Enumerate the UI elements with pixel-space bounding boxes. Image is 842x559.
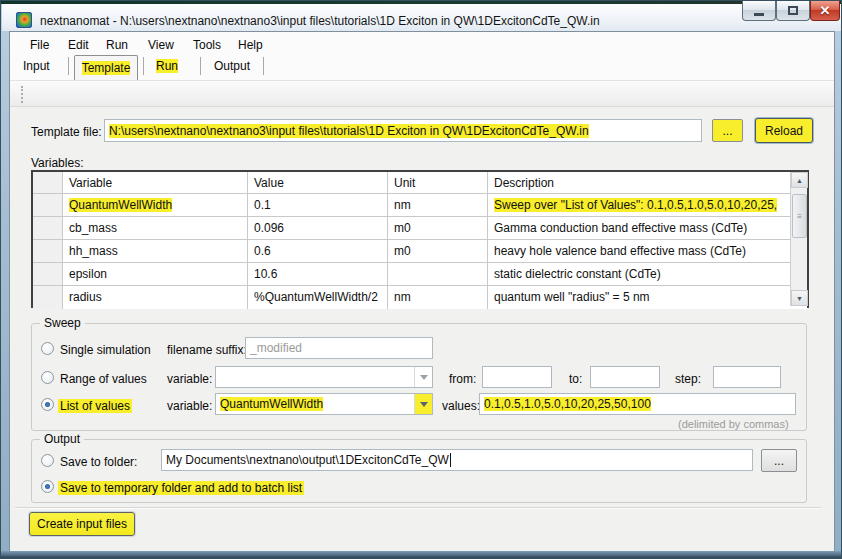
sweep-group-title: Sweep [40, 316, 85, 330]
cell-value: %QuantumWellWidth/2 [248, 286, 388, 309]
template-file-label: Template file: [31, 125, 102, 139]
tab-output[interactable]: Output [214, 59, 250, 73]
tab-separator [68, 57, 69, 75]
cell-variable: epsilon [63, 263, 248, 285]
col-header-variable[interactable]: Variable [63, 172, 248, 193]
cell-unit: nm [388, 194, 488, 216]
cell-description: heavy hole valence band effective mass (… [488, 240, 807, 262]
cell-description: Sweep over "List of Values": 0.1,0.5,1.0… [494, 198, 777, 212]
row-header-cell [33, 172, 63, 193]
toolbar-grip-icon[interactable] [21, 86, 24, 103]
from-input[interactable] [482, 366, 552, 388]
output-group-title: Output [40, 432, 84, 446]
browse-ellipsis-label: ... [774, 454, 784, 468]
title-bar[interactable]: nextnanomat - N:\users\nextnano\nextnano… [2, 4, 842, 31]
list-variable-label: variable: [167, 399, 212, 413]
toolbar [10, 80, 834, 107]
cell-value: 0.096 [248, 217, 388, 239]
close-button[interactable]: ✕ [810, 1, 840, 21]
scroll-down-icon[interactable]: ▼ [791, 290, 808, 306]
row-header-cell [33, 286, 63, 309]
menu-view[interactable]: View [144, 36, 178, 54]
tab-separator [200, 57, 201, 75]
col-header-unit[interactable]: Unit [388, 172, 488, 193]
table-row[interactable]: radius %QuantumWellWidth/2 nm quantum we… [33, 286, 807, 309]
menu-file[interactable]: File [26, 36, 53, 54]
tab-strip: Input Template Run Output [10, 54, 834, 80]
scrollbar-thumb[interactable]: ≡ [792, 194, 807, 238]
menu-help[interactable]: Help [234, 36, 267, 54]
create-input-files-button[interactable]: Create input files [29, 512, 135, 536]
template-file-browse-button[interactable]: ... [712, 119, 743, 142]
row-header-cell [33, 240, 63, 262]
tab-run[interactable]: Run [156, 59, 178, 73]
list-of-values-label: List of values [58, 399, 132, 413]
table-row[interactable]: QuantumWellWidth 0.1 nm Sweep over "List… [33, 194, 807, 217]
row-header-cell [33, 194, 63, 216]
col-header-value[interactable]: Value [248, 172, 388, 193]
template-file-path: N:\users\nextnano\nextnano3\input files\… [109, 124, 589, 138]
maximize-button[interactable] [776, 1, 810, 21]
range-of-values-radio[interactable] [41, 371, 54, 384]
table-row[interactable]: epsilon 10.6 static dielectric constant … [33, 263, 807, 286]
filename-suffix-input[interactable]: _modified [245, 337, 433, 359]
cell-description: quantum well "radius" = 5 nm [488, 286, 807, 309]
application-window: nextnanomat - N:\users\nextnano\nextnano… [0, 0, 842, 559]
menu-run[interactable]: Run [102, 36, 132, 54]
variables-label: Variables: [31, 156, 83, 170]
cell-value: 10.6 [248, 263, 388, 285]
save-folder-input[interactable]: My Documents\nextnano\output\1DExcitonCd… [161, 449, 753, 471]
cell-value: 0.6 [248, 240, 388, 262]
cell-value: 0.1 [248, 194, 388, 216]
cell-variable: QuantumWellWidth [69, 198, 172, 212]
footer-separator [15, 507, 821, 508]
save-folder-browse-button[interactable]: ... [761, 449, 797, 472]
step-label: step: [675, 372, 701, 386]
menu-edit[interactable]: Edit [64, 36, 93, 54]
template-file-input[interactable]: N:\users\nextnano\nextnano3\input files\… [104, 119, 702, 142]
tab-separator [263, 57, 264, 75]
table-vertical-scrollbar[interactable]: ▲ ≡ ▼ [790, 172, 807, 306]
list-variable-combobox[interactable]: QuantumWellWidth [215, 393, 433, 415]
minimize-button[interactable] [742, 1, 776, 21]
table-header-row: Variable Value Unit Description [33, 172, 807, 194]
variables-table: Variable Value Unit Description QuantumW… [31, 170, 809, 308]
tab-input[interactable]: Input [23, 59, 50, 73]
browse-ellipsis-label: ... [722, 124, 732, 138]
save-to-folder-radio[interactable] [41, 454, 54, 467]
menu-tools[interactable]: Tools [189, 36, 225, 54]
step-input[interactable] [713, 366, 781, 388]
cell-description: static dielectric constant (CdTe) [488, 263, 807, 285]
table-row[interactable]: cb_mass 0.096 m0 Gamma conduction band e… [33, 217, 807, 240]
chevron-down-icon[interactable] [414, 394, 432, 414]
save-temporary-label: Save to temporary folder and add to batc… [58, 481, 304, 495]
list-variable-value: QuantumWellWidth [220, 397, 323, 411]
table-row[interactable]: hh_mass 0.6 m0 heavy hole valence band e… [33, 240, 807, 263]
to-input[interactable] [590, 366, 660, 388]
tab-template-label: Template [82, 61, 131, 75]
col-header-description[interactable]: Description [488, 172, 777, 193]
cell-unit: m0 [388, 240, 488, 262]
values-value: 0.1,0.5,1.0,5.0,10,20,25,50,100 [484, 397, 651, 411]
values-input[interactable]: 0.1,0.5,1.0,5.0,10,20,25,50,100 [479, 393, 796, 415]
list-of-values-radio[interactable] [41, 398, 54, 411]
save-temporary-radio[interactable] [41, 480, 54, 493]
menu-bar: File Edit Run View Tools Help [10, 32, 834, 54]
tab-separator [143, 57, 144, 75]
chevron-down-icon[interactable] [414, 367, 432, 387]
app-icon [16, 12, 32, 28]
tab-template[interactable]: Template [74, 55, 138, 80]
window-title: nextnanomat - N:\users\nextnano\nextnano… [40, 14, 600, 28]
single-simulation-radio[interactable] [41, 342, 54, 355]
filename-suffix-label: filename suffix: [167, 343, 247, 357]
filename-suffix-value: _modified [250, 341, 302, 355]
range-variable-combobox[interactable] [215, 366, 433, 388]
from-label: from: [449, 372, 476, 386]
range-of-values-label: Range of values [60, 372, 147, 386]
cell-unit: m0 [388, 217, 488, 239]
scroll-up-icon[interactable]: ▲ [791, 172, 808, 188]
reload-button[interactable]: Reload [755, 118, 813, 143]
text-cursor [450, 453, 451, 467]
range-variable-label: variable: [167, 372, 212, 386]
cell-variable: hh_mass [63, 240, 248, 262]
